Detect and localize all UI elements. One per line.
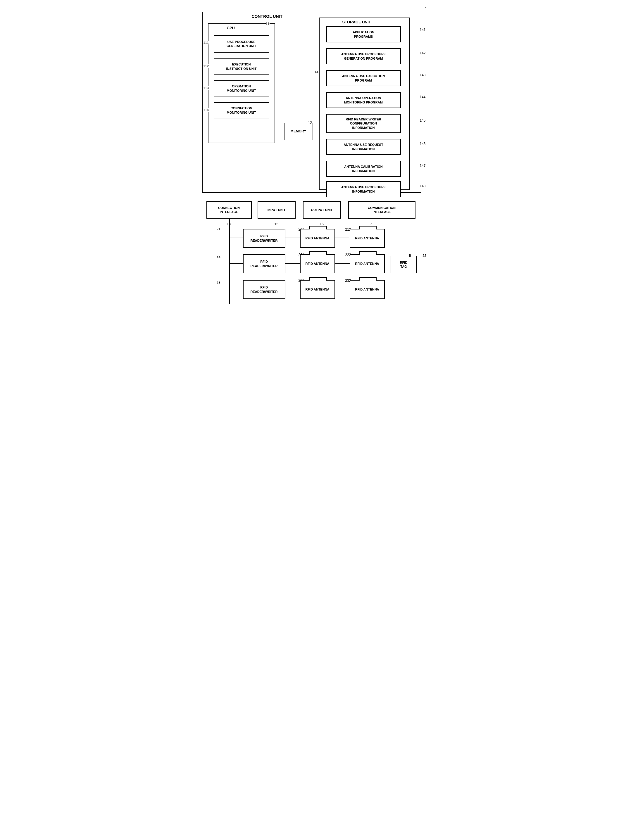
cpu-label: CPU <box>227 26 235 30</box>
rfid-tag-ref: 5 <box>409 254 411 258</box>
ref-142: 142 <box>419 51 426 55</box>
rfid-ant-211-box: RFID ANTENNA <box>300 229 335 248</box>
hline-ant1-ant2-21 <box>335 237 350 238</box>
diagram: 1 CONTROL UNIT CPU 11 USE PROCEDURE GENE… <box>199 6 427 298</box>
rfid-ant-221-box: RFID ANTENNA <box>300 254 335 273</box>
ref-112: 112 <box>203 64 209 68</box>
rfid-rw-22-box: RFID READER/WRITER <box>243 254 285 273</box>
memory-box: MEMORY <box>284 123 313 140</box>
ref-22-label: 22 <box>217 254 221 258</box>
ref-144: 144 <box>419 95 426 99</box>
rfid-ant-212-box: RFID ANTENNA <box>350 229 385 248</box>
ref-111: 111 <box>203 41 209 44</box>
connection-interface-box: CONNECTION INTERFACE <box>207 201 252 219</box>
ant-use-proc-gen-prog-box: ANTENNA USE PROCEDURE GENERATION PROGRAM <box>326 48 401 64</box>
hline-rw23-ant <box>285 289 300 289</box>
rfid-ant-222-box: RFID ANTENNA <box>350 254 385 273</box>
ref-114: 114 <box>203 108 209 112</box>
ref-12: 12 <box>308 121 312 125</box>
ref-21-label: 21 <box>217 227 221 231</box>
use-procedure-gen-unit: USE PROCEDURE GENERATION UNIT <box>214 35 269 53</box>
communication-interface-box: COMMUNICATION INTERFACE <box>348 201 415 219</box>
ant-op-mon-prog-box: ANTENNA OPERATION MONITORING PROGRAM <box>326 92 401 108</box>
ref-141: 141 <box>419 28 426 32</box>
ref-17: 17 <box>368 222 372 226</box>
ant-use-proc-info-box: ANTENNA USE PROCEDURE INFORMATION <box>326 181 401 197</box>
ref-13: 13 <box>227 222 231 226</box>
hline-ant1-ant2-22 <box>335 263 350 264</box>
connection-monitoring-unit: CONNECTION MONITORING UNIT <box>214 102 269 119</box>
ref-11: 11 <box>266 22 269 26</box>
rfid-ant-231-box: RFID ANTENNA <box>300 280 335 299</box>
hline-rw22-ant <box>285 263 300 264</box>
output-unit-box: OUTPUT UNIT <box>303 201 341 219</box>
ant-use-exec-prog-box: ANTENNA USE EXECUTION PROGRAM <box>326 70 401 86</box>
ref-16: 16 <box>320 222 324 226</box>
vline-main <box>229 227 230 304</box>
ref-113: 113 <box>203 86 209 90</box>
ref-5: 22 <box>423 254 426 258</box>
input-unit-box: INPUT UNIT <box>258 201 296 219</box>
rfid-rw-config-box: RFID READER/WRITER CONFIGURATION INFORMA… <box>326 114 401 133</box>
ref-148: 148 <box>419 184 426 188</box>
vline-ci <box>229 219 230 227</box>
control-unit-label: CONTROL UNIT <box>252 14 283 19</box>
rfid-rw-23-box: RFID READER/WRITER <box>243 280 285 299</box>
rfid-rw-21-box: RFID READER/WRITER <box>243 229 285 248</box>
ref-145: 145 <box>419 119 426 122</box>
separator-line <box>202 199 421 199</box>
hline-rw22 <box>229 263 243 264</box>
ref-146: 146 <box>419 142 426 146</box>
hline-rw21-ant <box>285 237 300 238</box>
app-programs-box: APPLICATION PROGRAMS <box>326 26 401 42</box>
ant-cal-info-box: ANTENNA CALIBRATION INFORMATION <box>326 161 401 177</box>
rfid-tag-box: RFID TAG <box>391 256 417 273</box>
hline-ant1-ant2-23 <box>335 289 350 289</box>
operation-monitoring-unit: OPERATION MONITORING UNIT <box>214 80 269 97</box>
rfid-ant-232-box: RFID ANTENNA <box>350 280 385 299</box>
hline-rw21 <box>229 237 243 238</box>
ref-1: 1 <box>425 6 427 11</box>
execution-instruction-unit: EXECUTION INSTRUCTION UNIT <box>214 58 269 75</box>
ref-147: 147 <box>419 164 426 168</box>
storage-unit-label: STORAGE UNIT <box>343 20 371 24</box>
ant-use-req-info-box: ANTENNA USE REQUEST INFORMATION <box>326 139 401 155</box>
hline-rw23 <box>229 289 243 289</box>
ref-23-label: 23 <box>217 281 221 285</box>
ref-143: 143 <box>419 73 426 77</box>
ref-15: 15 <box>275 222 279 226</box>
ref-14: 14 <box>315 70 318 74</box>
